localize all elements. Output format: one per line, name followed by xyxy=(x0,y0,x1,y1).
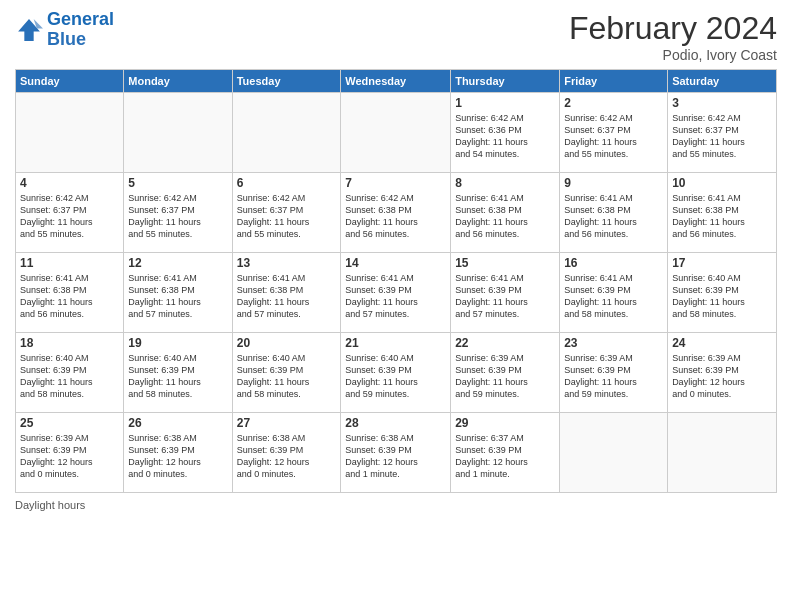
week-row-1: 1Sunrise: 6:42 AMSunset: 6:36 PMDaylight… xyxy=(16,93,777,173)
calendar-table: SundayMondayTuesdayWednesdayThursdayFrid… xyxy=(15,69,777,493)
calendar-cell-2-0: 11Sunrise: 6:41 AMSunset: 6:38 PMDayligh… xyxy=(16,253,124,333)
calendar-cell-3-1: 19Sunrise: 6:40 AMSunset: 6:39 PMDayligh… xyxy=(124,333,232,413)
week-row-3: 11Sunrise: 6:41 AMSunset: 6:38 PMDayligh… xyxy=(16,253,777,333)
day-number: 17 xyxy=(672,256,772,270)
day-number: 28 xyxy=(345,416,446,430)
day-info: Sunrise: 6:42 AMSunset: 6:36 PMDaylight:… xyxy=(455,112,555,161)
calendar-cell-1-2: 6Sunrise: 6:42 AMSunset: 6:37 PMDaylight… xyxy=(232,173,341,253)
day-info: Sunrise: 6:41 AMSunset: 6:39 PMDaylight:… xyxy=(345,272,446,321)
day-number: 3 xyxy=(672,96,772,110)
title-block: February 2024 Podio, Ivory Coast xyxy=(569,10,777,63)
calendar-cell-1-6: 10Sunrise: 6:41 AMSunset: 6:38 PMDayligh… xyxy=(668,173,777,253)
day-number: 18 xyxy=(20,336,119,350)
calendar-cell-1-1: 5Sunrise: 6:42 AMSunset: 6:37 PMDaylight… xyxy=(124,173,232,253)
calendar-cell-1-3: 7Sunrise: 6:42 AMSunset: 6:38 PMDaylight… xyxy=(341,173,451,253)
week-row-5: 25Sunrise: 6:39 AMSunset: 6:39 PMDayligh… xyxy=(16,413,777,493)
day-info: Sunrise: 6:40 AMSunset: 6:39 PMDaylight:… xyxy=(128,352,227,401)
calendar-cell-2-6: 17Sunrise: 6:40 AMSunset: 6:39 PMDayligh… xyxy=(668,253,777,333)
calendar-cell-2-3: 14Sunrise: 6:41 AMSunset: 6:39 PMDayligh… xyxy=(341,253,451,333)
calendar-cell-3-0: 18Sunrise: 6:40 AMSunset: 6:39 PMDayligh… xyxy=(16,333,124,413)
day-info: Sunrise: 6:39 AMSunset: 6:39 PMDaylight:… xyxy=(455,352,555,401)
day-number: 8 xyxy=(455,176,555,190)
day-info: Sunrise: 6:40 AMSunset: 6:39 PMDaylight:… xyxy=(345,352,446,401)
day-info: Sunrise: 6:40 AMSunset: 6:39 PMDaylight:… xyxy=(672,272,772,321)
day-number: 1 xyxy=(455,96,555,110)
calendar-header-row: SundayMondayTuesdayWednesdayThursdayFrid… xyxy=(16,70,777,93)
day-info: Sunrise: 6:41 AMSunset: 6:38 PMDaylight:… xyxy=(20,272,119,321)
header-wednesday: Wednesday xyxy=(341,70,451,93)
calendar-cell-4-0: 25Sunrise: 6:39 AMSunset: 6:39 PMDayligh… xyxy=(16,413,124,493)
calendar-cell-4-1: 26Sunrise: 6:38 AMSunset: 6:39 PMDayligh… xyxy=(124,413,232,493)
calendar-cell-0-1 xyxy=(124,93,232,173)
calendar-cell-3-5: 23Sunrise: 6:39 AMSunset: 6:39 PMDayligh… xyxy=(560,333,668,413)
day-number: 6 xyxy=(237,176,337,190)
logo-icon xyxy=(15,16,43,44)
header: General Blue February 2024 Podio, Ivory … xyxy=(15,10,777,63)
calendar-cell-2-4: 15Sunrise: 6:41 AMSunset: 6:39 PMDayligh… xyxy=(451,253,560,333)
calendar-cell-2-1: 12Sunrise: 6:41 AMSunset: 6:38 PMDayligh… xyxy=(124,253,232,333)
calendar-cell-0-2 xyxy=(232,93,341,173)
day-number: 20 xyxy=(237,336,337,350)
day-number: 21 xyxy=(345,336,446,350)
day-info: Sunrise: 6:42 AMSunset: 6:37 PMDaylight:… xyxy=(20,192,119,241)
header-sunday: Sunday xyxy=(16,70,124,93)
day-info: Sunrise: 6:41 AMSunset: 6:38 PMDaylight:… xyxy=(564,192,663,241)
week-row-2: 4Sunrise: 6:42 AMSunset: 6:37 PMDaylight… xyxy=(16,173,777,253)
calendar-cell-1-5: 9Sunrise: 6:41 AMSunset: 6:38 PMDaylight… xyxy=(560,173,668,253)
logo-text: General Blue xyxy=(47,10,114,50)
day-info: Sunrise: 6:41 AMSunset: 6:38 PMDaylight:… xyxy=(128,272,227,321)
calendar-cell-3-3: 21Sunrise: 6:40 AMSunset: 6:39 PMDayligh… xyxy=(341,333,451,413)
day-number: 22 xyxy=(455,336,555,350)
day-info: Sunrise: 6:41 AMSunset: 6:38 PMDaylight:… xyxy=(672,192,772,241)
calendar-cell-2-2: 13Sunrise: 6:41 AMSunset: 6:38 PMDayligh… xyxy=(232,253,341,333)
day-info: Sunrise: 6:42 AMSunset: 6:37 PMDaylight:… xyxy=(237,192,337,241)
day-number: 10 xyxy=(672,176,772,190)
day-number: 2 xyxy=(564,96,663,110)
calendar-cell-4-6 xyxy=(668,413,777,493)
week-row-4: 18Sunrise: 6:40 AMSunset: 6:39 PMDayligh… xyxy=(16,333,777,413)
calendar-cell-4-4: 29Sunrise: 6:37 AMSunset: 6:39 PMDayligh… xyxy=(451,413,560,493)
day-number: 15 xyxy=(455,256,555,270)
header-tuesday: Tuesday xyxy=(232,70,341,93)
footer-label: Daylight hours xyxy=(15,499,85,511)
day-info: Sunrise: 6:39 AMSunset: 6:39 PMDaylight:… xyxy=(564,352,663,401)
page: General Blue February 2024 Podio, Ivory … xyxy=(0,0,792,612)
logo: General Blue xyxy=(15,10,114,50)
calendar-cell-3-2: 20Sunrise: 6:40 AMSunset: 6:39 PMDayligh… xyxy=(232,333,341,413)
day-number: 26 xyxy=(128,416,227,430)
day-number: 27 xyxy=(237,416,337,430)
day-number: 12 xyxy=(128,256,227,270)
day-number: 16 xyxy=(564,256,663,270)
day-number: 24 xyxy=(672,336,772,350)
day-info: Sunrise: 6:39 AMSunset: 6:39 PMDaylight:… xyxy=(20,432,119,481)
calendar-cell-4-2: 27Sunrise: 6:38 AMSunset: 6:39 PMDayligh… xyxy=(232,413,341,493)
day-info: Sunrise: 6:40 AMSunset: 6:39 PMDaylight:… xyxy=(237,352,337,401)
calendar-cell-3-4: 22Sunrise: 6:39 AMSunset: 6:39 PMDayligh… xyxy=(451,333,560,413)
calendar-cell-2-5: 16Sunrise: 6:41 AMSunset: 6:39 PMDayligh… xyxy=(560,253,668,333)
calendar-cell-0-6: 3Sunrise: 6:42 AMSunset: 6:37 PMDaylight… xyxy=(668,93,777,173)
day-number: 5 xyxy=(128,176,227,190)
month-title: February 2024 xyxy=(569,10,777,47)
calendar-cell-0-4: 1Sunrise: 6:42 AMSunset: 6:36 PMDaylight… xyxy=(451,93,560,173)
day-info: Sunrise: 6:41 AMSunset: 6:39 PMDaylight:… xyxy=(564,272,663,321)
day-info: Sunrise: 6:37 AMSunset: 6:39 PMDaylight:… xyxy=(455,432,555,481)
day-number: 19 xyxy=(128,336,227,350)
day-number: 7 xyxy=(345,176,446,190)
day-info: Sunrise: 6:42 AMSunset: 6:38 PMDaylight:… xyxy=(345,192,446,241)
day-info: Sunrise: 6:38 AMSunset: 6:39 PMDaylight:… xyxy=(237,432,337,481)
day-number: 29 xyxy=(455,416,555,430)
calendar-cell-0-3 xyxy=(341,93,451,173)
day-number: 4 xyxy=(20,176,119,190)
day-number: 14 xyxy=(345,256,446,270)
calendar-cell-4-3: 28Sunrise: 6:38 AMSunset: 6:39 PMDayligh… xyxy=(341,413,451,493)
day-info: Sunrise: 6:39 AMSunset: 6:39 PMDaylight:… xyxy=(672,352,772,401)
header-monday: Monday xyxy=(124,70,232,93)
day-info: Sunrise: 6:42 AMSunset: 6:37 PMDaylight:… xyxy=(128,192,227,241)
header-saturday: Saturday xyxy=(668,70,777,93)
header-thursday: Thursday xyxy=(451,70,560,93)
day-number: 13 xyxy=(237,256,337,270)
day-info: Sunrise: 6:42 AMSunset: 6:37 PMDaylight:… xyxy=(564,112,663,161)
day-info: Sunrise: 6:41 AMSunset: 6:38 PMDaylight:… xyxy=(237,272,337,321)
day-info: Sunrise: 6:41 AMSunset: 6:39 PMDaylight:… xyxy=(455,272,555,321)
calendar-cell-0-5: 2Sunrise: 6:42 AMSunset: 6:37 PMDaylight… xyxy=(560,93,668,173)
